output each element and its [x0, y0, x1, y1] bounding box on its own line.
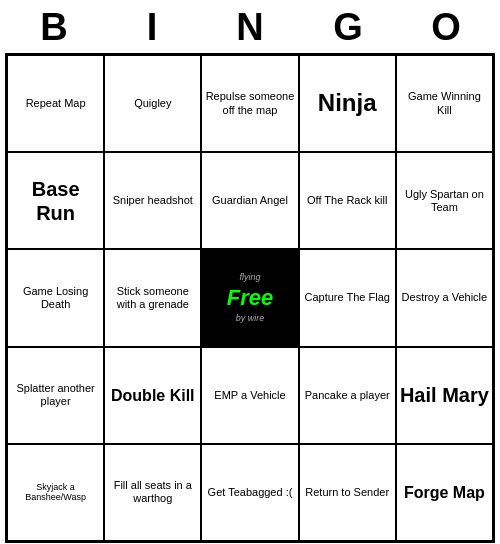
cell-1-1[interactable]: Sniper headshot	[104, 152, 201, 249]
cell-3-0[interactable]: Splatter another player	[7, 347, 104, 444]
letter-g: G	[304, 6, 392, 49]
letter-i: I	[108, 6, 196, 49]
cell-1-4[interactable]: Ugly Spartan on Team	[396, 152, 493, 249]
cell-1-3[interactable]: Off The Rack kill	[299, 152, 396, 249]
cell-3-3[interactable]: Pancake a player	[299, 347, 396, 444]
cell-4-1[interactable]: Fill all seats in a warthog	[104, 444, 201, 541]
free-flying-text: flying	[239, 272, 260, 283]
cell-2-4[interactable]: Destroy a Vehicle	[396, 249, 493, 346]
cell-0-3[interactable]: Ninja	[299, 55, 396, 152]
cell-1-0[interactable]: Base Run	[7, 152, 104, 249]
letter-n: N	[206, 6, 294, 49]
bingo-title: B I N G O	[5, 0, 495, 53]
cell-3-4[interactable]: Hail Mary	[396, 347, 493, 444]
free-bywire-text: by wire	[236, 313, 265, 324]
bingo-grid: Repeat Map Quigley Repulse someone off t…	[5, 53, 495, 543]
letter-b: B	[10, 6, 98, 49]
cell-1-2[interactable]: Guardian Angel	[201, 152, 298, 249]
cell-4-2[interactable]: Get Teabagged :(	[201, 444, 298, 541]
cell-3-1[interactable]: Double Kill	[104, 347, 201, 444]
cell-0-0[interactable]: Repeat Map	[7, 55, 104, 152]
cell-0-2[interactable]: Repulse someone off the map	[201, 55, 298, 152]
cell-0-1[interactable]: Quigley	[104, 55, 201, 152]
letter-o: O	[402, 6, 490, 49]
cell-3-2[interactable]: EMP a Vehicle	[201, 347, 298, 444]
cell-2-0[interactable]: Game Losing Death	[7, 249, 104, 346]
cell-4-4[interactable]: Forge Map	[396, 444, 493, 541]
cell-4-3[interactable]: Return to Sender	[299, 444, 396, 541]
cell-2-2-free[interactable]: flying Free by wire	[201, 249, 298, 346]
cell-2-3[interactable]: Capture The Flag	[299, 249, 396, 346]
cell-4-0[interactable]: Skyjack a Banshee/Wasp	[7, 444, 104, 541]
free-main-text: Free	[227, 285, 273, 311]
cell-2-1[interactable]: Stick someone with a grenade	[104, 249, 201, 346]
cell-0-4[interactable]: Game Winning Kill	[396, 55, 493, 152]
